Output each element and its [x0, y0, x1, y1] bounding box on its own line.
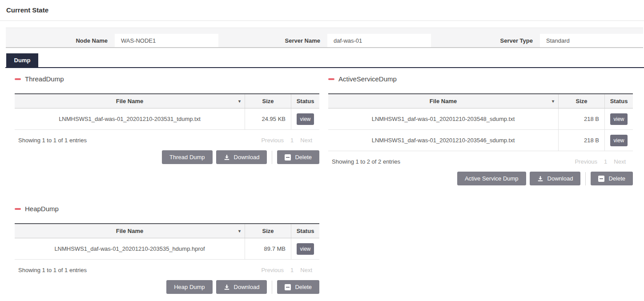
thread-dump-section: ThreadDump File Name ▾ Size Status LNMHS… [15, 75, 319, 164]
server-info-bar: Node Name WAS-NODE1 Server Name daf-was-… [6, 28, 643, 48]
table-row: LNMHSWS1_daf-was-01_20201210-203531_tdum… [15, 108, 319, 130]
right-column: ActiveServiceDump File Name ▾ Size Statu… [328, 75, 633, 294]
status-column-header: Status [605, 94, 633, 108]
table-header-row: File Name ▾ Size Status [328, 94, 633, 108]
download-button[interactable]: Download [216, 150, 267, 164]
minus-square-icon [285, 284, 291, 290]
thread-dump-button[interactable]: Thread Dump [162, 150, 212, 164]
page-number-link[interactable]: 1 [290, 267, 294, 273]
sort-caret-icon[interactable]: ▾ [238, 229, 241, 233]
size-column-header[interactable]: Size [245, 224, 291, 238]
server-type-value: Standard [540, 34, 643, 47]
file-name-cell: LNMHSWS1_daf-was-01_20201210-203531_tdum… [15, 108, 245, 129]
section-title-label: ThreadDump [25, 75, 64, 83]
active-service-dump-title: ActiveServiceDump [328, 75, 633, 83]
status-cell: view [605, 108, 633, 129]
heap-dump-button[interactable]: Heap Dump [166, 280, 212, 294]
delete-button[interactable]: Delete [277, 280, 319, 294]
heap-dump-title: HeapDump [15, 205, 319, 213]
size-column-header[interactable]: Size [245, 94, 291, 108]
page-number-link[interactable]: 1 [290, 137, 294, 144]
heap-dump-actions: Heap Dump Download Delete [15, 280, 319, 294]
entries-summary: Showing 1 to 1 of 1 entries [15, 137, 87, 144]
active-service-dump-table: File Name ▾ Size Status LNMHSWS1_daf-was… [328, 93, 633, 151]
server-name-label: Server Name [218, 34, 327, 47]
download-button[interactable]: Download [216, 280, 267, 294]
button-divider [272, 151, 272, 164]
active-service-dump-button[interactable]: Active Service Dump [457, 172, 526, 185]
status-column-header: Status [291, 94, 319, 108]
thread-dump-table-footer: Showing 1 to 1 of 1 entries Previous 1 N… [15, 136, 319, 144]
delete-button-label: Delete [295, 284, 312, 290]
download-button-label: Download [234, 154, 260, 161]
thread-dump-actions: Thread Dump Download Delete [15, 150, 319, 164]
heap-dump-table: File Name ▾ Size Status LNMHSWS1_daf-was… [15, 223, 319, 260]
view-button[interactable]: view [610, 135, 627, 146]
download-button-label: Download [547, 175, 573, 182]
thread-dump-table: File Name ▾ Size Status LNMHSWS1_daf-was… [15, 93, 319, 130]
active-service-dump-actions: Active Service Dump Download Delete [328, 172, 633, 185]
page-title: Current State [6, 6, 644, 14]
button-divider [272, 281, 272, 294]
previous-page-link[interactable]: Previous [261, 267, 284, 273]
server-info-row: Node Name WAS-NODE1 Server Name daf-was-… [6, 34, 643, 47]
active-service-dump-section: ActiveServiceDump File Name ▾ Size Statu… [328, 75, 633, 185]
thread-dump-title: ThreadDump [15, 75, 319, 83]
next-page-link[interactable]: Next [300, 267, 312, 273]
file-name-cell: LNMHSWS1_daf-was-01_20201210-203546_sdum… [328, 130, 559, 151]
view-button[interactable]: view [297, 243, 314, 255]
pagination: Previous 1 Next [261, 137, 319, 144]
file-name-cell: LNMHSWS1_daf-was-01_20201210-203548_sdum… [328, 108, 559, 129]
table-row: LNMHSWS1_daf-was-01_20201210-203548_sdum… [328, 108, 633, 130]
active-service-dump-table-footer: Showing 1 to 2 of 2 entries Previous 1 N… [328, 157, 633, 166]
pagination: Previous 1 Next [261, 267, 319, 273]
entries-summary: Showing 1 to 2 of 2 entries [328, 158, 400, 165]
status-cell: view [291, 108, 319, 129]
next-page-link[interactable]: Next [614, 158, 626, 165]
button-divider [585, 172, 586, 185]
page-header: Current State [0, 0, 644, 21]
section-title-label: HeapDump [25, 205, 59, 213]
server-name-value: daf-was-01 [327, 34, 431, 47]
sort-caret-icon[interactable]: ▾ [238, 99, 241, 104]
delete-button[interactable]: Delete [277, 150, 319, 164]
size-cell: 89.7 MB [245, 238, 291, 259]
heap-dump-section: HeapDump File Name ▾ Size Status LNMHSWS… [15, 205, 319, 294]
file-name-column-header[interactable]: File Name ▾ [15, 94, 245, 108]
download-icon [224, 284, 230, 290]
tab-dump[interactable]: Dump [6, 53, 38, 67]
minus-square-icon [598, 176, 604, 182]
section-title-label: ActiveServiceDump [338, 75, 397, 83]
status-column-header: Status [291, 224, 319, 238]
table-header-row: File Name ▾ Size Status [15, 224, 319, 238]
file-name-cell: LNMHSWS1_daf-was-01_20201210-203535_hdum… [15, 238, 245, 259]
view-button[interactable]: view [610, 113, 627, 125]
previous-page-link[interactable]: Previous [261, 137, 284, 144]
download-button[interactable]: Download [530, 172, 581, 185]
previous-page-link[interactable]: Previous [575, 158, 597, 165]
file-name-header-label: File Name [116, 98, 143, 104]
table-row: LNMHSWS1_daf-was-01_20201210-203535_hdum… [15, 238, 319, 260]
page-number-link[interactable]: 1 [604, 158, 607, 165]
download-icon [224, 154, 230, 161]
delete-button-label: Delete [295, 154, 312, 161]
file-name-column-header[interactable]: File Name ▾ [15, 224, 245, 238]
delete-button-label: Delete [608, 175, 625, 182]
left-column: ThreadDump File Name ▾ Size Status LNMHS… [15, 75, 319, 294]
entries-summary: Showing 1 to 1 of 1 entries [15, 267, 87, 273]
minus-square-icon [285, 154, 291, 161]
tab-bar: Dump [5, 53, 644, 68]
size-cell: 24.95 KB [245, 108, 291, 129]
view-button[interactable]: view [297, 113, 314, 125]
status-cell: view [291, 238, 319, 259]
file-name-column-header[interactable]: File Name ▾ [328, 94, 559, 108]
sort-caret-icon[interactable]: ▾ [552, 99, 554, 104]
download-button-label: Download [234, 284, 260, 290]
size-cell: 218 B [559, 108, 605, 129]
node-name-label: Node Name [6, 34, 115, 47]
delete-button[interactable]: Delete [591, 172, 633, 185]
file-name-header-label: File Name [430, 98, 457, 104]
size-column-header[interactable]: Size [559, 94, 605, 108]
next-page-link[interactable]: Next [300, 137, 312, 144]
server-type-label: Server Type [431, 34, 540, 47]
